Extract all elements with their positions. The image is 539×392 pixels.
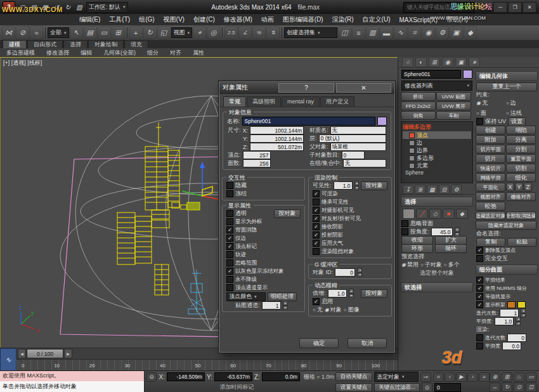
paste-button[interactable]: 粘贴 — [507, 238, 536, 247]
add-time-tag[interactable]: 添加时间标记 — [219, 383, 254, 391]
border-subobj-icon[interactable]: ◇ — [429, 209, 441, 219]
display-property-checkbox[interactable]: ✓ — [226, 268, 233, 275]
render-control-checkbox[interactable]: ✓ — [313, 232, 320, 238]
constraint-radio[interactable]: ○面 — [476, 109, 504, 117]
prev-frame-arrow-icon[interactable]: ◀ — [18, 349, 26, 358]
stack-subobject-item[interactable]: 边 — [403, 139, 471, 147]
angle-snap-icon[interactable]: ∠ — [238, 26, 252, 39]
preserve-uv-settings-button[interactable]: 设置 — [508, 117, 526, 126]
rendered-frame-icon[interactable]: ▣ — [450, 26, 463, 39]
render-by-object-button[interactable]: 按对象 — [361, 181, 387, 190]
constraint-radio[interactable]: ○边 — [506, 99, 534, 107]
maxscript-macro-line[interactable]: 欢迎使用 MAXScript。 — [0, 371, 144, 381]
grow-button[interactable]: 扩大 — [435, 236, 467, 245]
constraint-radio[interactable]: ◉无 — [476, 99, 504, 107]
transparent-checkbox[interactable] — [226, 210, 233, 217]
menu-item[interactable]: 渲染(R) — [328, 15, 358, 24]
object-color-swatch[interactable] — [377, 117, 387, 126]
schematic-view-icon[interactable]: ⌗ — [408, 26, 421, 39]
zoom-extents-icon[interactable]: ⌂ — [514, 372, 524, 382]
bind-spacewarp-icon[interactable]: ≈ — [30, 26, 43, 39]
full-interactivity-checkbox[interactable] — [476, 255, 483, 262]
vertex-channel-dropdown[interactable]: 顶点颜色 — [226, 292, 266, 301]
edit-geometry-button[interactable]: 分离 — [506, 135, 536, 144]
maximize-viewport-icon[interactable]: ⊡ — [526, 382, 536, 392]
edit-geometry-button[interactable]: 视图对齐 — [476, 192, 505, 201]
map-channel-spinner[interactable] — [283, 301, 288, 310]
mblur-type-radio[interactable]: ◉对象 — [325, 306, 342, 314]
stack-subobject-item[interactable]: 边界 — [403, 147, 471, 154]
menu-item[interactable]: 编辑(E) — [75, 15, 105, 24]
ribbon-panel-label[interactable]: 修改选择 — [46, 49, 69, 57]
display-property-checkbox[interactable]: ✓ — [226, 235, 233, 242]
smoothness-field[interactable]: 1.0 — [495, 317, 514, 325]
spinner-snap-icon[interactable]: ⇅ — [266, 26, 280, 39]
close-button[interactable]: ✕ — [523, 2, 536, 13]
multiplier-spinner[interactable] — [349, 289, 354, 298]
play-icon[interactable]: ▶ — [456, 372, 467, 382]
soft-selection-rollout-header[interactable]: 软选择 — [401, 282, 473, 292]
zoom-all-icon[interactable]: ⊞ — [502, 372, 512, 382]
workspace-dropdown[interactable]: 工作区: 默认 — [86, 2, 128, 13]
selection-rollout-header[interactable]: 选择 — [401, 197, 473, 207]
go-end-icon[interactable]: » — [479, 372, 490, 382]
configure-sets-icon[interactable]: ⚙ — [451, 185, 462, 194]
set-key-icon[interactable]: ⊸ — [420, 372, 431, 382]
display-property-checkbox[interactable] — [226, 284, 233, 291]
dialog-tab[interactable]: 用户定义 — [320, 96, 354, 107]
ribbon-panel-label[interactable]: 编辑 — [81, 49, 92, 57]
edit-geometry-button[interactable]: 网格平滑 — [476, 173, 505, 182]
prev-key-icon[interactable]: ‹ — [445, 372, 455, 382]
motion-tab-icon[interactable]: ◉ — [442, 57, 453, 67]
display-tab-icon[interactable]: ▣ — [455, 57, 467, 67]
hierarchy-tab-icon[interactable]: ⊞ — [429, 57, 440, 67]
render-control-checkbox[interactable]: ✓ — [313, 215, 320, 222]
by-angle-field[interactable]: 45.0 — [431, 228, 453, 236]
interactivity-checkbox[interactable] — [226, 182, 233, 189]
preserve-uv-checkbox[interactable] — [476, 118, 483, 125]
dialog-close-button[interactable]: ✕ — [336, 83, 391, 93]
render-iterations-checkbox[interactable] — [476, 334, 483, 341]
render-control-checkbox[interactable] — [313, 199, 320, 206]
multiplier-field[interactable]: 1.0 — [328, 289, 347, 297]
display-property-checkbox[interactable] — [226, 276, 233, 283]
align-icon[interactable]: ≡ — [352, 26, 365, 39]
mblur-type-radio[interactable]: ○无 — [313, 306, 323, 314]
select-rotate-icon[interactable]: ↻ — [143, 26, 157, 39]
display-property-checkbox[interactable]: ✓ — [226, 243, 233, 250]
display-property-checkbox[interactable] — [226, 259, 233, 266]
dialog-help-button[interactable]: ? — [278, 83, 334, 93]
object-name-field[interactable]: Sphere001 — [401, 70, 461, 79]
maximize-button[interactable]: ❐ — [508, 2, 522, 13]
ribbon-panel-label[interactable]: 对齐 — [170, 49, 181, 57]
cancel-button[interactable]: 取消 — [347, 338, 387, 348]
auto-key-button[interactable]: 自动关键点 — [335, 372, 372, 381]
time-configuration-icon[interactable]: ⊙ — [422, 382, 432, 392]
modifier-stack[interactable]: 编辑多边形 顶点边边界多边形元素 Sphere — [401, 121, 473, 183]
curve-editor-icon[interactable]: ∿ — [394, 26, 407, 39]
modifier-button[interactable]: 倒角 — [401, 111, 436, 120]
repeat-last-button[interactable]: 重复上一个 — [476, 82, 537, 91]
render-control-checkbox[interactable] — [313, 248, 320, 255]
unlink-icon[interactable]: ⊘ — [16, 26, 29, 39]
modifier-button[interactable]: UVW 展开 — [436, 101, 471, 110]
map-channel-field[interactable]: 1 — [262, 301, 281, 310]
edit-geometry-button[interactable]: X — [506, 183, 514, 192]
select-object-icon[interactable]: ↖ — [70, 26, 83, 39]
object-id-field[interactable]: 0 — [335, 268, 355, 277]
percent-snap-icon[interactable]: % — [252, 26, 266, 39]
menu-item[interactable]: 工具(T) — [105, 15, 134, 24]
ignore-backfacing-checkbox[interactable] — [401, 220, 408, 227]
render-control-checkbox[interactable]: ✓ — [313, 207, 320, 214]
subdivision-checkbox[interactable]: ✓ — [476, 285, 483, 292]
modifier-button[interactable]: 车削 — [436, 111, 471, 120]
minimize-button[interactable]: ─ — [493, 2, 507, 13]
smoothness-spinner[interactable] — [516, 317, 521, 326]
ribbon-panel-label[interactable]: 细分 — [147, 49, 159, 57]
create-tab-icon[interactable]: ☆ — [402, 57, 413, 67]
make-unique-icon[interactable]: ▦ — [427, 185, 438, 194]
edit-geometry-button[interactable]: 切片平面 — [476, 145, 505, 154]
edit-geometry-button[interactable]: 隐藏选定对象 — [476, 211, 505, 220]
subdivision-checkbox[interactable]: ✓ — [476, 277, 483, 284]
element-subobj-icon[interactable]: ◆ — [456, 209, 468, 219]
